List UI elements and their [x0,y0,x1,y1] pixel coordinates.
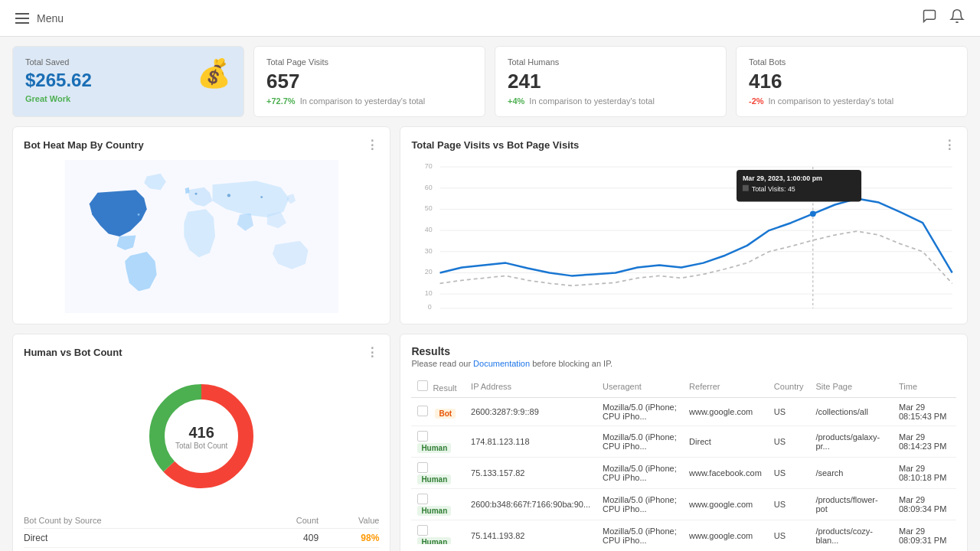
results-table-row: Human 2600:b348:667f:7166:90ba:90... Moz… [411,489,956,520]
result-page: /products/flower-pot [809,489,893,520]
results-doc-link[interactable]: Documentation [473,359,530,368]
bot-table-row: www.google.com 2 0% [24,548,379,552]
svg-text:0: 0 [428,303,432,311]
menu-label: Menu [37,12,64,24]
donut-chart: 416 Total Bot Count [140,375,263,497]
results-card: Results Please read our Documentation be… [400,334,968,551]
donut-title-bar: Human vs Bot Count ⋮ [24,345,379,360]
saved-label: Total Saved [25,57,92,67]
heatmap-menu[interactable]: ⋮ [366,138,379,152]
row-checkbox[interactable] [417,431,428,442]
heatmap-title-bar: Bot Heat Map By Country ⋮ [24,138,379,152]
pv-value: 657 [266,70,472,93]
result-badge: Human [417,443,451,453]
result-ip: 174.81.123.118 [465,426,596,458]
svg-point-2 [195,193,198,195]
result-ua: Mozilla/5.0 (iPhone; CPU iPho... [596,458,683,489]
result-country: US [768,426,810,458]
donut-title: Human vs Bot Count [24,347,122,358]
results-title: Results [411,345,956,357]
bots-value: 416 [749,70,955,93]
humans-change: +4% [508,96,524,106]
result-ip: 2600:b348:667f:7166:90ba:90... [465,489,596,520]
result-badge: Human [417,537,451,544]
bot-col-value: Value [318,513,379,529]
line-chart: 70 60 50 40 30 20 10 0 [411,160,956,313]
humans-label: Total Humans [508,57,714,67]
line-chart-svg: 70 60 50 40 30 20 10 0 [411,160,956,313]
result-country: US [768,520,810,545]
row-checkbox[interactable] [417,494,428,504]
result-ua: Mozilla/5.0 (iPhone; CPU iPho... [596,520,683,545]
donut-card: Human vs Bot Count ⋮ 416 Total Bot Count [12,334,390,551]
row-checkbox[interactable] [417,462,428,473]
results-table-row: Human 75.141.193.82 Mozilla/5.0 (iPhone;… [411,520,956,545]
linechart-title: Total Page Visits vs Bot Page Visits [411,139,579,151]
saved-value: $265.62 [25,70,92,91]
linechart-menu[interactable]: ⋮ [943,138,956,152]
world-map [24,160,379,313]
bot-count: 2 [253,548,318,552]
bot-col-source: Bot Count by Source [24,513,253,529]
card-page-visits: Total Page Visits 657 +72.7% In comparis… [253,46,485,117]
results-col-header: Result [411,376,465,398]
results-table-row: Human 174.81.123.118 Mozilla/5.0 (iPhone… [411,426,956,458]
results-table-wrap[interactable]: ResultIP AddressUseragentReferrerCountry… [411,376,956,544]
results-subtitle: Please read our Documentation before blo… [411,359,956,368]
summary-row: Total Saved $265.62 Great Work 💰 Total P… [0,37,980,126]
result-badge: Bot [435,409,456,419]
result-ua: Mozilla/5.0 (iPhone; CPU iPho... [596,426,683,458]
donut-menu[interactable]: ⋮ [366,345,379,360]
donut-label: 416 Total Bot Count [175,423,227,450]
result-ref: www.google.com [683,520,768,545]
bot-table-row: Direct 409 98% [24,529,379,548]
result-time: Mar 29 08:09:31 PM [893,520,956,545]
result-country: US [768,489,810,520]
header: Menu [0,0,980,37]
bottom-row: Human vs Bot Count ⋮ 416 Total Bot Count [12,334,968,551]
humans-value: 241 [508,70,714,93]
donut-number: 416 [175,423,227,442]
result-page: /products/cozy-blan... [809,520,893,545]
pv-label: Total Page Visits [266,57,472,67]
result-type: Human [411,426,465,458]
savings-icon: 💰 [197,57,231,90]
checkbox-header [417,383,428,393]
bell-icon[interactable] [949,8,965,28]
result-ua: Mozilla/5.0 (iPhone; CPU iPho... [596,489,683,520]
donut-wrapper: 416 Total Bot Count [24,367,379,513]
svg-rect-25 [743,185,749,191]
map-svg [24,160,379,313]
bot-col-count: Count [253,513,318,529]
results-table-row: Human 75.133.157.82 Mozilla/5.0 (iPhone;… [411,458,956,489]
svg-text:40: 40 [425,226,433,233]
svg-point-22 [810,210,816,217]
svg-text:70: 70 [425,162,433,170]
menu-icon[interactable] [15,13,29,24]
bots-change-text: In comparison to yesterday's total [769,96,894,106]
result-ip: 2600:3287:9:9::89 [465,398,596,426]
bots-label: Total Bots [749,57,955,67]
heatmap-card: Bot Heat Map By Country ⋮ [12,126,390,324]
row-checkbox[interactable] [417,406,428,416]
row-checkbox[interactable] [417,525,428,536]
linechart-title-bar: Total Page Visits vs Bot Page Visits ⋮ [411,138,956,152]
chat-icon[interactable] [922,8,937,28]
heatmap-title: Bot Heat Map By Country [24,139,144,151]
svg-text:20: 20 [425,268,433,276]
result-ref: www.google.com [683,489,768,520]
results-col-header: Country [768,376,810,398]
pv-change-text: In comparison to yesterday's total [300,96,426,106]
svg-point-3 [260,196,263,198]
results-col-header: Referrer [683,376,768,398]
results-table-row: Bot 2600:3287:9:9::89 Mozilla/5.0 (iPhon… [411,398,956,426]
result-page: /products/galaxy-pr... [809,426,893,458]
result-type: Human [411,458,465,489]
result-type: Human [411,489,465,520]
results-col-header: IP Address [465,376,596,398]
svg-point-4 [138,214,140,216]
header-right [922,8,965,28]
results-subtitle-post: before blocking an IP. [530,359,612,368]
card-humans: Total Humans 241 +4% In comparison to ye… [495,46,727,117]
result-page: /search [809,458,893,489]
